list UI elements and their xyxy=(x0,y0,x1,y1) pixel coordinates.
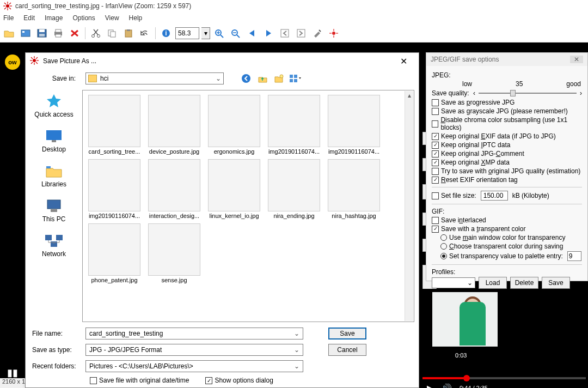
zoom-input[interactable] xyxy=(175,27,199,39)
profile-delete-button[interactable]: Delete xyxy=(510,277,538,289)
video-time: 0:44 / 2:35 xyxy=(460,385,488,388)
delete-button[interactable] xyxy=(68,26,82,40)
view-menu-icon[interactable] xyxy=(289,72,301,84)
sidebar-item-quickaccess[interactable]: Quick access xyxy=(26,93,82,118)
svg-rect-22 xyxy=(127,29,130,31)
save-button-dialog[interactable]: Save xyxy=(328,328,366,340)
slider-low: low xyxy=(462,80,472,88)
save-in-combo[interactable]: hci ⌄ xyxy=(85,72,224,84)
svg-rect-9 xyxy=(21,30,30,37)
next-button[interactable] xyxy=(261,26,275,40)
quality-slider[interactable] xyxy=(479,89,577,98)
opt-try-orig[interactable]: Try to save with original JPG quality (e… xyxy=(432,167,582,175)
undo-button[interactable] xyxy=(138,26,152,40)
sidebar-item-thispc[interactable]: This PC xyxy=(26,198,82,223)
file-thumb[interactable]: nira_hashtag.jpg xyxy=(327,159,381,219)
play-icon[interactable]: ▶ xyxy=(427,383,433,389)
file-thumb[interactable]: ergonomics.jpg xyxy=(207,95,261,155)
chk-show-options[interactable]: ✓Show options dialog xyxy=(205,377,273,384)
file-thumb[interactable]: interaction_desig... xyxy=(147,159,201,219)
print-button[interactable] xyxy=(51,26,65,40)
file-thumb[interactable]: img20190116074... xyxy=(267,95,321,155)
file-thumb[interactable]: phone_patent.jpg xyxy=(87,223,142,283)
menu-options[interactable]: Options xyxy=(72,14,95,22)
opt-interlaced[interactable]: Save interlaced xyxy=(432,216,582,224)
volume-icon[interactable]: 🔊 xyxy=(441,383,452,389)
filesize-input[interactable] xyxy=(481,191,508,201)
profile-load-button[interactable]: Load xyxy=(479,277,507,289)
save-in-value: hci xyxy=(100,75,108,82)
jpeg-section-label: JPEG: xyxy=(432,71,582,79)
opt-reset-exif[interactable]: Reset EXIF orientation tag xyxy=(432,176,582,184)
svg-rect-50 xyxy=(290,75,293,78)
settings-button[interactable] xyxy=(310,26,324,40)
opt-grayscale[interactable]: Save as grayscale JPG (please remember!) xyxy=(432,107,582,115)
slider-right-icon[interactable]: › xyxy=(580,89,582,97)
back-icon[interactable] xyxy=(240,72,252,84)
file-grid[interactable]: card_sorting_tree... device_posture.jpg … xyxy=(82,90,414,322)
menu-edit[interactable]: Edit xyxy=(23,14,35,22)
save-button[interactable] xyxy=(35,26,49,40)
zoom-in-button[interactable] xyxy=(212,26,226,40)
filter-button[interactable] xyxy=(327,26,341,40)
zoom-out-button[interactable] xyxy=(229,26,243,40)
menu-view[interactable]: View xyxy=(105,14,119,22)
paste-button[interactable] xyxy=(121,26,136,40)
file-thumb[interactable]: linux_kernel_io.jpg xyxy=(207,159,261,219)
window-titlebar: card_sorting_tree_testing.jpg - IrfanVie… xyxy=(0,0,588,12)
slideshow-button[interactable] xyxy=(19,26,33,40)
svg-point-49 xyxy=(280,75,283,78)
zoom-dropdown[interactable]: ▾ xyxy=(201,27,210,39)
open-button[interactable] xyxy=(2,26,16,40)
opt-xmp[interactable]: Keep original XMP data xyxy=(432,159,582,166)
palette-input[interactable] xyxy=(567,251,581,261)
svg-rect-58 xyxy=(51,209,57,212)
cancel-button[interactable]: Cancel xyxy=(328,344,366,356)
copy-button[interactable] xyxy=(105,26,119,40)
filename-input[interactable]: card_sorting_tree_testing⌄ xyxy=(85,328,303,340)
file-thumb[interactable]: img20190116074... xyxy=(87,159,142,219)
profile-save-button[interactable]: Save xyxy=(542,277,570,289)
file-thumb[interactable]: device_posture.jpg xyxy=(147,95,201,155)
sidebar-item-desktop[interactable]: Desktop xyxy=(26,128,82,153)
up-icon[interactable] xyxy=(256,72,268,84)
chk-original-date[interactable]: Save file with original date/time xyxy=(90,377,189,384)
close-icon[interactable]: ✕ xyxy=(393,56,414,66)
opt-set-size[interactable]: Set file size: kB (Kilobyte) xyxy=(432,191,582,201)
svg-rect-57 xyxy=(47,200,60,209)
rad-use-main[interactable]: Use main window color for transparency xyxy=(440,234,582,241)
gif-section-label: GIF: xyxy=(432,208,582,215)
opt-comment[interactable]: Keep original JPG-Comment xyxy=(432,150,582,157)
new-folder-icon[interactable] xyxy=(273,72,285,84)
rad-palette[interactable]: Set transparency value to palette entry: xyxy=(440,251,582,261)
file-thumb[interactable]: nira_ending.jpg xyxy=(267,159,321,219)
options-title: JPEG/GIF save options xyxy=(431,56,499,63)
file-thumb[interactable]: sense.jpg xyxy=(147,223,201,283)
saveas-combo[interactable]: JPG - JPG/JPEG Format⌄ xyxy=(85,344,303,356)
menu-help[interactable]: Help xyxy=(129,14,143,22)
file-thumb[interactable]: img20190116074... xyxy=(327,95,381,155)
profiles-combo[interactable]: ⌄ xyxy=(432,277,475,288)
menu-image[interactable]: Image xyxy=(45,14,63,22)
dialog-titlebar: Save Picture As ... ✕ xyxy=(26,53,419,69)
scrollbar[interactable]: ▴ xyxy=(405,91,413,321)
recent-combo[interactable]: Pictures - <C:\Users\LAB\Pictures\>⌄ xyxy=(85,360,303,372)
prev-button[interactable] xyxy=(245,26,259,40)
opt-disable-chroma[interactable]: Disable chroma color subsampling (use 1x… xyxy=(432,116,582,131)
first-button[interactable] xyxy=(278,26,292,40)
options-close-icon[interactable]: ✕ xyxy=(570,56,583,63)
opt-transparent[interactable]: Save with a transparent color xyxy=(432,225,582,233)
opt-progressive[interactable]: Save as progressive JPG xyxy=(432,99,582,106)
sidebar-item-libraries[interactable]: Libraries xyxy=(26,163,82,188)
slider-left-icon[interactable]: ‹ xyxy=(473,89,475,97)
file-thumb[interactable]: card_sorting_tree... xyxy=(87,95,142,155)
opt-iptc[interactable]: Keep original IPTC data xyxy=(432,141,582,149)
rad-choose[interactable]: Choose transparent color during saving xyxy=(440,242,582,250)
menu-file[interactable]: File xyxy=(3,14,14,22)
sidebar-item-network[interactable]: Network xyxy=(26,233,82,258)
last-button[interactable] xyxy=(294,26,308,40)
info-button[interactable]: i xyxy=(159,26,173,40)
toolbar: i ▾ xyxy=(0,24,588,43)
cut-button[interactable] xyxy=(89,26,103,40)
opt-exif[interactable]: Keep original EXIF data (if JPG to JPG) xyxy=(432,132,582,140)
